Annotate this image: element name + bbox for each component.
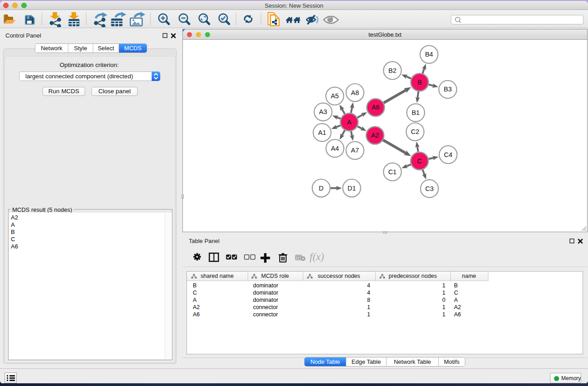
svg-text:B: B [417, 79, 422, 86]
svg-text:C3: C3 [425, 185, 434, 192]
svg-text:B1: B1 [411, 109, 420, 116]
svg-text:A8: A8 [351, 89, 359, 96]
svg-text:A3: A3 [319, 108, 327, 115]
svg-text:A2: A2 [371, 132, 379, 139]
svg-text:A4: A4 [331, 145, 339, 152]
svg-text:C: C [417, 157, 422, 165]
svg-text:B2: B2 [388, 67, 397, 74]
svg-text:C4: C4 [444, 151, 453, 158]
svg-text:B4: B4 [425, 51, 433, 58]
svg-text:A1: A1 [318, 129, 326, 136]
svg-text:C1: C1 [388, 168, 397, 176]
svg-text:D: D [319, 185, 323, 192]
svg-text:D1: D1 [348, 185, 356, 192]
svg-text:C2: C2 [411, 128, 420, 135]
svg-text:A7: A7 [351, 147, 359, 154]
svg-text:A5: A5 [331, 92, 339, 100]
svg-text:A6: A6 [372, 104, 380, 111]
svg-text:A: A [347, 119, 352, 126]
svg-text:B3: B3 [444, 86, 452, 93]
